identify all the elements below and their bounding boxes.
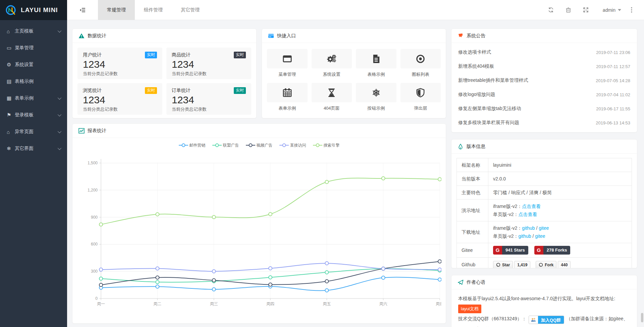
panel-header: 快捷入口: [262, 29, 446, 43]
tab-2[interactable]: 组件管理: [135, 0, 172, 20]
download-github-link[interactable]: github: [518, 233, 531, 239]
tab-1[interactable]: 常规管理: [98, 0, 135, 20]
more-options-icon[interactable]: [627, 7, 636, 13]
svg-text:周五: 周五: [323, 302, 331, 306]
panel-title: 报表统计: [88, 128, 106, 134]
table-row: 框架名称 layuimini: [457, 158, 632, 172]
announcement-item[interactable]: 修改logo缩放问题2019-07-04 11:02: [451, 88, 637, 102]
legend-item-视频广告[interactable]: 视频广告: [246, 143, 273, 148]
quick-entry-弹出层[interactable]: 弹出层: [400, 83, 441, 111]
stat-card: 订单统计实时1234当前分类总记录数: [166, 83, 251, 115]
announcement-text: 修改logo缩放问题: [458, 92, 495, 98]
github-icon: [539, 263, 543, 267]
tab-3[interactable]: 其它管理: [172, 0, 209, 20]
layui-doc-badge[interactable]: layui文档: [458, 305, 481, 313]
svg-text:周六: 周六: [379, 302, 387, 306]
sidebar-item-3[interactable]: ⚙系统设置: [0, 56, 67, 73]
announcement-text: 新增treetable插件和菜单管理样式: [458, 77, 528, 84]
download-gitee-link[interactable]: gitee: [539, 225, 549, 231]
file-icon: [371, 54, 381, 64]
svg-text:0: 0: [95, 296, 98, 301]
clear-cache-trash-icon[interactable]: [560, 7, 577, 13]
panel-header: 报表统计: [72, 124, 446, 138]
panel-title: 快捷入口: [277, 33, 296, 39]
version-info-panel: 版本信息 框架名称 layuimini 当前版本 v2.0.0 主要特色: [451, 139, 637, 268]
gitee-stars-badge[interactable]: G941 Stars: [493, 246, 528, 255]
github-fork-count[interactable]: 440: [558, 261, 571, 268]
announcement-item[interactable]: 修复左侧菜单缩放tab无法移动2019-06-17 11:55: [451, 102, 637, 116]
table-row: 下载地址 iframe版-v2：github / gitee 单页版-v2：gi…: [457, 221, 632, 243]
svg-text:周一: 周一: [97, 302, 105, 306]
download-github-link[interactable]: github: [522, 225, 535, 231]
download-gitee-link[interactable]: gitee: [535, 233, 545, 239]
announcement-item[interactable]: 修改选项卡样式2019-07-11 23:06: [451, 45, 637, 59]
username: admin: [603, 7, 615, 13]
sidebar-item-label: 其它界面: [15, 146, 58, 152]
join-qq-group-button[interactable]: 加入QQ群: [529, 316, 564, 324]
legend-label: 联盟广告: [223, 143, 239, 148]
github-fork-button[interactable]: Fork: [536, 261, 556, 268]
announcement-text: 修复多模块菜单栏展开有问题: [458, 120, 519, 126]
quick-entry-系统设置[interactable]: 系统设置: [312, 49, 352, 77]
legend-item-邮件营销[interactable]: 邮件营销: [179, 143, 206, 148]
sidebar-item-1[interactable]: ⌂主页模板: [0, 23, 67, 40]
realtime-badge: 实时: [234, 52, 246, 58]
demo-spa-link[interactable]: 点击查看: [518, 212, 537, 217]
github-star-button[interactable]: Star: [493, 261, 513, 268]
sidebar-item-label: 系统设置: [15, 62, 60, 68]
user-menu[interactable]: admin: [603, 7, 621, 13]
hourglass-icon: [326, 88, 337, 98]
scrollbar-thumb[interactable]: [641, 313, 643, 322]
chevron-down-icon: [58, 29, 61, 33]
github-star-count[interactable]: 1,419: [514, 261, 530, 268]
refresh-icon[interactable]: [542, 7, 560, 13]
sidebar-item-8[interactable]: ❄其它界面: [0, 140, 67, 157]
svg-text:周四: 周四: [266, 302, 274, 306]
fullscreen-icon[interactable]: [577, 7, 595, 13]
sidebar-item-label: 登录模板: [15, 112, 58, 118]
collapse-sidebar-icon[interactable]: [67, 0, 98, 20]
panel-header: 作者心语: [451, 275, 637, 289]
svg-text:周三: 周三: [210, 302, 218, 306]
chevron-down-icon: [58, 146, 61, 150]
bullhorn-icon: [458, 33, 464, 39]
svg-text:1,200: 1,200: [88, 188, 98, 193]
sidebar-item-4[interactable]: ▤表格示例: [0, 73, 67, 90]
panel-header: 数据统计: [72, 29, 256, 43]
sidebar: LAYUI MINI ⌂主页模板▭菜单管理⚙系统设置▤表格示例▦表单示例⚑登录模…: [0, 0, 67, 327]
announcement-item[interactable]: 新增treetable插件和菜单管理样式2019-07-05 14:28: [451, 73, 637, 88]
stat-label: 浏览统计: [83, 88, 102, 94]
table-row: 演示地址 iframe版-v2：点击查看 单页版-v2：点击查看: [457, 200, 632, 221]
sidebar-item-2[interactable]: ▭菜单管理: [0, 40, 67, 56]
qq-group-icon: [529, 316, 538, 324]
quick-entry-表格示例[interactable]: 表格示例: [356, 49, 396, 77]
legend-item-直接访问[interactable]: 直接访问: [279, 143, 306, 148]
demo-iframe-link[interactable]: 点击查看: [522, 204, 541, 209]
legend-item-搜索引擎[interactable]: 搜索引擎: [313, 143, 340, 148]
left-column: 数据统计 用户统计实时1234当前分类总记录数商品统计实时1234当前分类总记录…: [72, 29, 446, 327]
calendar-icon: ▦: [7, 95, 15, 101]
quick-entry-图标列表[interactable]: 图标列表: [400, 49, 441, 77]
announcement-item[interactable]: 修复多模块菜单栏展开有问题2019-06-13 14:53: [451, 116, 637, 130]
chevron-down-icon: [58, 113, 61, 116]
announcement-item[interactable]: 新增系统404模板2019-07-11 12:57: [451, 59, 637, 73]
quick-entry-表单示例[interactable]: 表单示例: [267, 83, 308, 111]
stat-cards: 用户统计实时1234当前分类总记录数商品统计实时1234当前分类总记录数浏览统计…: [72, 43, 256, 118]
sidebar-item-label: 主页模板: [15, 28, 58, 34]
sidebar-item-5[interactable]: ▦表单示例: [0, 90, 67, 107]
sidebar-item-7[interactable]: ⌂异常页面: [0, 123, 67, 140]
legend-label: 直接访问: [290, 143, 306, 148]
legend-marker: [179, 143, 188, 147]
sidebar-item-label: 表格示例: [15, 78, 60, 85]
quick-entry-404页面[interactable]: 404页面: [312, 83, 352, 111]
stat-description: 当前分类总记录数: [172, 106, 246, 112]
file-icon: ▤: [7, 78, 15, 85]
features: 零门槛 / 响应式 / 清爽 / 极简: [488, 186, 632, 200]
gitee-forks-badge[interactable]: G278 Forks: [534, 246, 571, 255]
quick-entry-label: 图标列表: [400, 71, 441, 77]
legend-item-联盟广告[interactable]: 联盟广告: [212, 143, 239, 148]
sidebar-item-6[interactable]: ⚑登录模板: [0, 107, 67, 123]
quick-entry-菜单管理[interactable]: 菜单管理: [267, 49, 308, 77]
quick-entry-按钮示例[interactable]: 按钮示例: [356, 83, 396, 111]
github-badges: Star 1,419 Fork 440: [488, 258, 632, 268]
